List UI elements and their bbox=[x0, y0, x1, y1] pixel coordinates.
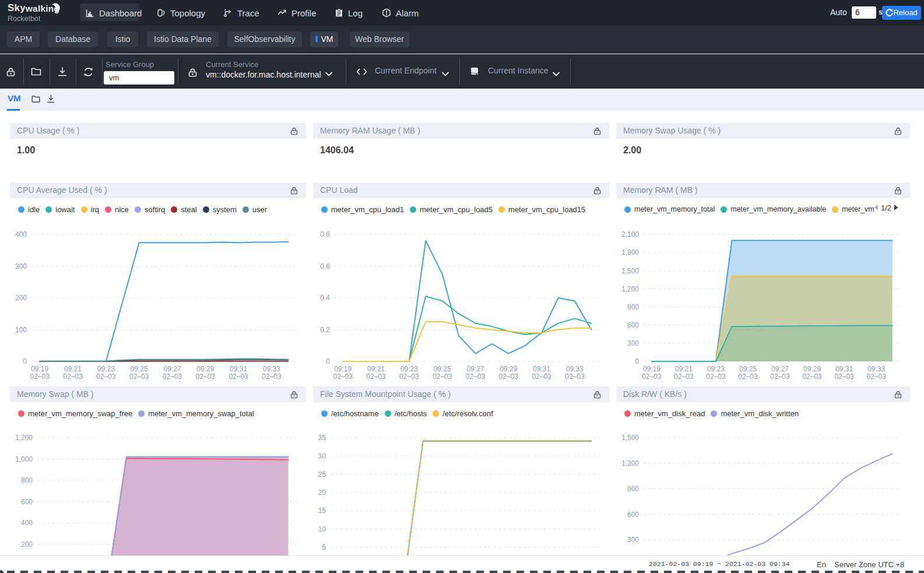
svg-text:0: 0 bbox=[635, 357, 639, 365]
svg-text:09:21: 09:21 bbox=[675, 365, 693, 373]
svg-text:02–03: 02–03 bbox=[565, 372, 585, 381]
svg-text:900: 900 bbox=[627, 485, 639, 493]
svg-text:200: 200 bbox=[21, 540, 33, 549]
svg-text:09:27: 09:27 bbox=[466, 365, 484, 373]
svg-text:09:27: 09:27 bbox=[163, 365, 181, 373]
svg-text:09:25: 09:25 bbox=[739, 365, 757, 373]
svg-text:09:31: 09:31 bbox=[533, 365, 550, 373]
svg-text:0.4: 0.4 bbox=[320, 294, 330, 302]
svg-text:02–03: 02–03 bbox=[129, 372, 149, 381]
svg-text:0.8: 0.8 bbox=[320, 230, 330, 238]
svg-text:02–03: 02–03 bbox=[834, 372, 854, 381]
svg-text:300: 300 bbox=[627, 339, 639, 347]
svg-text:10: 10 bbox=[318, 525, 326, 533]
svg-text:2,100: 2,100 bbox=[621, 230, 639, 238]
svg-text:02–03: 02–03 bbox=[30, 372, 50, 381]
svg-text:09:31: 09:31 bbox=[230, 365, 247, 373]
svg-text:02–03: 02–03 bbox=[770, 372, 790, 381]
svg-text:02–03: 02–03 bbox=[674, 372, 694, 381]
svg-text:09:21: 09:21 bbox=[64, 365, 82, 373]
svg-text:09:33: 09:33 bbox=[867, 365, 885, 373]
svg-text:02–03: 02–03 bbox=[262, 372, 282, 381]
svg-text:02–03: 02–03 bbox=[642, 372, 662, 381]
svg-text:09:23: 09:23 bbox=[97, 365, 115, 373]
svg-text:400: 400 bbox=[21, 519, 33, 527]
svg-text:09:29: 09:29 bbox=[803, 365, 821, 373]
svg-text:09:19: 09:19 bbox=[31, 365, 48, 373]
svg-text:02–03: 02–03 bbox=[433, 372, 452, 381]
svg-text:09:21: 09:21 bbox=[367, 365, 385, 373]
svg-text:300: 300 bbox=[627, 536, 639, 544]
svg-text:02–03: 02–03 bbox=[706, 372, 726, 381]
svg-text:09:23: 09:23 bbox=[400, 365, 418, 373]
svg-text:02–03: 02–03 bbox=[96, 372, 116, 381]
svg-text:09:19: 09:19 bbox=[643, 365, 660, 373]
svg-text:1,000: 1,000 bbox=[15, 455, 33, 463]
svg-text:02–03: 02–03 bbox=[466, 372, 486, 381]
svg-text:30: 30 bbox=[318, 452, 326, 460]
svg-text:09:25: 09:25 bbox=[434, 365, 451, 373]
svg-text:02–03: 02–03 bbox=[399, 372, 419, 381]
svg-text:1,200: 1,200 bbox=[15, 434, 33, 442]
svg-text:400: 400 bbox=[15, 230, 27, 238]
svg-text:0: 0 bbox=[326, 357, 330, 365]
svg-text:900: 900 bbox=[627, 303, 639, 311]
svg-text:09:25: 09:25 bbox=[131, 365, 148, 373]
svg-text:5: 5 bbox=[322, 543, 326, 551]
svg-text:0.2: 0.2 bbox=[320, 326, 330, 334]
svg-text:600: 600 bbox=[21, 498, 33, 506]
svg-text:02–03: 02–03 bbox=[738, 372, 758, 381]
svg-text:25: 25 bbox=[318, 470, 326, 479]
svg-text:1,200: 1,200 bbox=[621, 459, 639, 467]
svg-text:02–03: 02–03 bbox=[499, 372, 519, 381]
svg-text:02–03: 02–03 bbox=[333, 372, 353, 381]
svg-text:0.6: 0.6 bbox=[320, 262, 330, 270]
svg-text:02–03: 02–03 bbox=[63, 372, 83, 381]
svg-text:300: 300 bbox=[15, 262, 27, 270]
svg-text:09:23: 09:23 bbox=[707, 365, 725, 373]
svg-text:1,500: 1,500 bbox=[621, 434, 639, 442]
svg-text:600: 600 bbox=[627, 511, 639, 519]
svg-text:1,200: 1,200 bbox=[621, 285, 639, 293]
svg-text:35: 35 bbox=[318, 434, 326, 442]
svg-text:02–03: 02–03 bbox=[366, 372, 386, 381]
svg-text:15: 15 bbox=[318, 507, 326, 515]
svg-text:09:29: 09:29 bbox=[500, 365, 517, 373]
svg-text:02–03: 02–03 bbox=[532, 372, 551, 381]
svg-text:0: 0 bbox=[23, 357, 27, 365]
svg-text:02–03: 02–03 bbox=[229, 372, 248, 381]
svg-text:02–03: 02–03 bbox=[802, 372, 822, 381]
svg-text:1,500: 1,500 bbox=[621, 267, 639, 275]
svg-text:09:31: 09:31 bbox=[835, 365, 853, 373]
svg-text:100: 100 bbox=[15, 326, 27, 334]
svg-text:800: 800 bbox=[21, 476, 33, 484]
svg-text:02–03: 02–03 bbox=[867, 372, 887, 381]
svg-text:09:27: 09:27 bbox=[771, 365, 789, 373]
svg-text:09:19: 09:19 bbox=[334, 365, 352, 373]
svg-text:09:33: 09:33 bbox=[566, 365, 584, 373]
svg-text:20: 20 bbox=[318, 488, 326, 497]
svg-text:02–03: 02–03 bbox=[196, 372, 216, 381]
svg-text:200: 200 bbox=[15, 294, 27, 302]
svg-text:09:33: 09:33 bbox=[263, 365, 280, 373]
svg-text:1,800: 1,800 bbox=[621, 248, 639, 256]
svg-text:02–03: 02–03 bbox=[163, 372, 182, 381]
svg-text:600: 600 bbox=[627, 321, 639, 329]
svg-text:09:29: 09:29 bbox=[196, 365, 214, 373]
